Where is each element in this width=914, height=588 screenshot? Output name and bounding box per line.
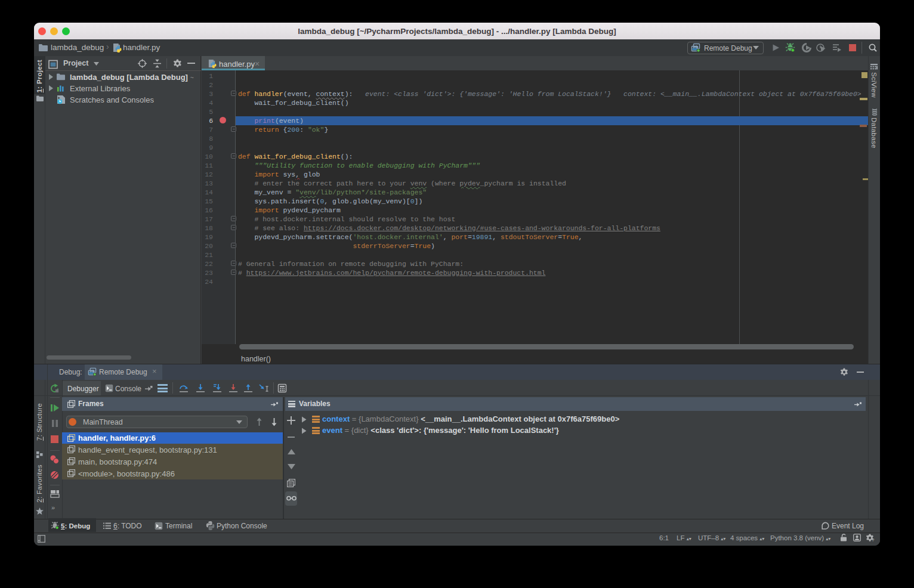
- svg-text:?: ?: [872, 537, 874, 542]
